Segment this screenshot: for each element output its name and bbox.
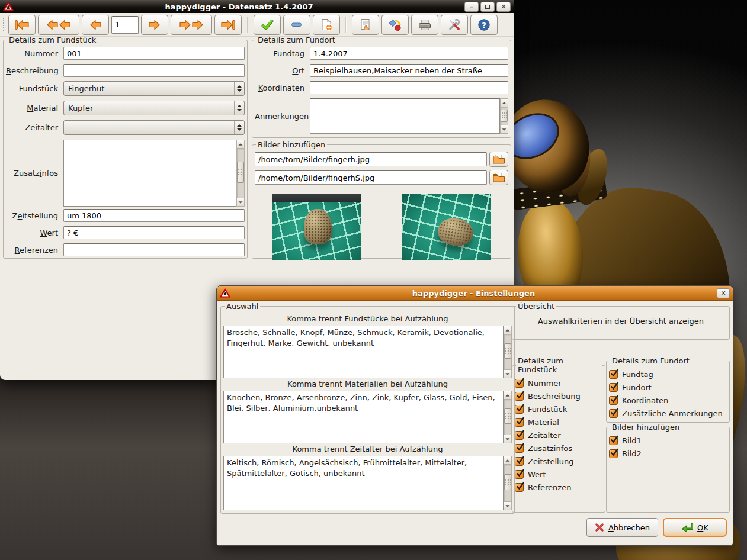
checkbox-label: Fundort [622,383,652,392]
zusatzinfos-textarea[interactable] [63,140,236,207]
fundtag-input[interactable] [310,47,508,60]
scrollbar-thumb[interactable] [501,110,508,122]
materialien-list-textarea[interactable]: Knochen, Bronze, Arsenbronze, Zinn, Zink… [223,391,504,443]
checkbox-fundort[interactable]: Fundort [609,381,727,394]
first-record-button[interactable] [8,15,36,35]
ort-input[interactable] [310,64,508,77]
zeitalter-combo[interactable] [63,120,245,135]
checked-checkbox-icon [515,457,524,466]
last-record-button[interactable] [214,15,242,35]
ort-label: Ort [255,66,310,75]
scrollbar-track[interactable] [504,334,511,369]
checkbox-zeitstellung[interactable]: Zeitstellung [515,455,602,468]
scrollbar-track[interactable] [237,149,244,198]
zeitalter-scrollbar[interactable] [504,456,512,510]
checkbox-koordinaten[interactable]: Koordinaten [609,394,727,407]
checkbox-nummer[interactable]: Nummer [515,376,602,390]
referenzen-input[interactable] [63,243,245,256]
scrollbar-down-button[interactable] [237,198,244,206]
checkbox-beschreibung[interactable]: Beschreibung [515,390,602,403]
scrollbar-track[interactable] [504,465,511,501]
open-folder-icon [492,172,505,183]
sort-button[interactable] [381,15,409,35]
checkbox-bild2[interactable]: Bild2 [609,447,727,460]
checkbox-material[interactable]: Material [515,416,602,429]
settings-close-button[interactable]: ✕ [717,288,730,298]
scrollbar-track[interactable] [504,400,511,435]
scrollbar-thumb[interactable] [504,474,511,490]
forward-many-button[interactable] [171,15,212,35]
anmerkungen-scrollbar[interactable] [500,98,508,134]
scroll-down-icon [502,128,506,131]
fundstuecke-list-textarea[interactable]: Brosche, Schnalle, Knopf, Münze, Schmuck… [223,326,504,378]
settings-titlebar[interactable]: happydigger - Einstellungen ✕ [217,286,733,301]
scrollbar-thumb[interactable] [504,408,511,424]
record-number-input[interactable] [111,16,139,34]
print-button[interactable] [411,15,438,35]
scrollbar-up-button[interactable] [504,456,511,465]
scrollbar-up-button[interactable] [501,99,508,107]
main-window-titlebar[interactable]: happydigger - Datensatz 1.4.2007 – ✕ [0,0,514,13]
cancel-button[interactable]: Abbrechen [586,518,658,537]
scrollbar-down-button[interactable] [504,435,511,443]
scrollbar-track[interactable] [501,107,508,125]
material-combo-spin[interactable] [234,101,244,115]
bild1-browse-button[interactable] [489,152,508,167]
maximize-button[interactable] [480,2,495,12]
minimize-button[interactable]: – [464,2,479,12]
anmerkungen-textarea[interactable] [310,98,500,134]
checkbox-wert[interactable]: Wert [515,468,602,481]
checkbox-zusaetzliche-anmerkungen[interactable]: Zusätzliche Anmerkungen [609,407,727,420]
fundstueck-combo-spin[interactable] [234,82,244,95]
materialien-scrollbar[interactable] [504,391,512,443]
scrollbar-up-button[interactable] [504,326,511,334]
new-record-button[interactable] [313,15,340,35]
toolbar-grip[interactable] [2,17,5,32]
scrollbar-down-button[interactable] [504,369,511,378]
help-button[interactable]: ? [470,15,498,35]
koordinaten-input[interactable] [310,81,508,94]
previous-record-button[interactable] [82,15,109,35]
back-many-button[interactable] [38,15,79,35]
fundstueck-label: Fundstück [6,84,63,93]
close-button[interactable]: ✕ [496,2,511,12]
checkbox-referenzen[interactable]: Referenzen [515,481,602,494]
scrollbar-thumb[interactable] [504,343,511,359]
scrollbar-up-button[interactable] [237,140,244,149]
apply-record-button[interactable] [254,15,281,35]
dialog-button-row: Abbrechen OK [586,518,727,537]
scrollbar-down-button[interactable] [504,501,511,510]
zeitstellung-input[interactable] [63,209,245,222]
scrollbar-up-button[interactable] [504,391,511,400]
main-toolbar: ? [0,13,514,37]
checkbox-zusatzinfos[interactable]: Zusatzinfos [515,442,602,455]
ok-button[interactable]: OK [663,518,727,537]
nummer-input[interactable] [63,47,245,60]
scrollbar-thumb[interactable] [237,162,244,184]
zeitalter-list-textarea[interactable]: Keltisch, Römisch, Angelsächsisch, Frühm… [223,456,504,510]
checkbox-fundtag[interactable]: Fundtag [609,368,727,381]
scroll-down-icon [505,373,509,375]
bild2-path-input[interactable] [255,170,487,185]
wert-input[interactable] [63,226,245,239]
checkbox-fundstueck[interactable]: Fundstück [515,403,602,416]
checkbox-bild1[interactable]: Bild1 [609,434,727,447]
zusatzinfos-scrollbar[interactable] [236,140,245,207]
checkbox-zeitalter[interactable]: Zeitalter [515,429,602,442]
printer-icon [418,18,432,31]
material-combo[interactable]: Kupfer [63,101,245,115]
bild2-browse-button[interactable] [489,170,508,185]
ok-enter-arrow-icon [681,523,693,532]
delete-record-button[interactable] [283,15,310,35]
bild1-path-input[interactable] [255,152,487,166]
fundstueck-combo[interactable]: Fingerhut [63,81,245,96]
next-record-button[interactable] [141,15,168,35]
zeitalter-combo-spin[interactable] [234,121,244,134]
bild2-thumbnail-photo [402,194,491,260]
fundstuecke-scrollbar[interactable] [504,326,512,378]
scrollbar-down-button[interactable] [501,125,508,133]
beschreibung-input[interactable] [63,64,245,77]
new-record-icon [320,18,333,31]
overview-button[interactable] [352,15,379,35]
settings-tools-button[interactable] [441,15,468,35]
